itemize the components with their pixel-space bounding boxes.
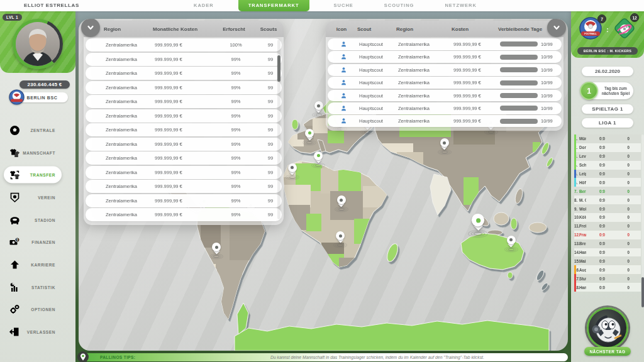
sidebar-item-verlassen[interactable]: VERLASSEN [0,321,75,343]
region-row[interactable]: Zentralamerika999.999,99 €99%99 [86,95,282,108]
scout-row[interactable]: HauptscoutZentralamerika999.999,99 €10/9… [328,38,562,50]
map-pin-icon[interactable] [470,214,485,234]
collapse-scout-table-button[interactable] [547,19,566,37]
next-day-button[interactable]: NÄCHSTER TAG [584,347,631,356]
map-pin-icon[interactable] [304,129,314,143]
tab-netzwerk[interactable]: NETZWERK [438,0,483,11]
scout-row[interactable]: HauptscoutZentralamerika999.999,99 €10/9… [328,102,562,114]
league-row[interactable]: 9.Wolfsburg0:00 [574,204,641,213]
zone-indicator [574,283,576,292]
region-row[interactable]: Zentralamerika999.999,99 €99%99 [86,123,282,136]
mascot-avatar[interactable] [587,307,628,349]
map-pin-icon[interactable] [336,195,347,209]
league-row[interactable]: 6.Höffenheim0:00 [574,178,641,187]
sidebar-item-transfer[interactable]: TRANSFER [0,163,75,186]
league-row[interactable]: 18.Hannover0:00 [574,283,641,292]
sidebar-item-verein[interactable]: VEREIN [0,186,75,209]
scout-row[interactable]: HauptscoutZentralamerika999.999,99 €10/9… [328,90,562,102]
sidebar-item-finanzen[interactable]: $FINANZEN [0,231,75,253]
score-cell: 0:0 [586,241,618,246]
points-cell: 0 [618,180,632,185]
tab-suche[interactable]: SUCHE [328,0,360,11]
region-row[interactable]: Zentralamerika999.999,99 €99%99 [86,180,282,193]
region-row[interactable]: Zentralamerika999.999,99 €99%99 [86,67,282,80]
map-pin-icon[interactable] [335,231,345,245]
next-match-card[interactable]: FOOTBALL : 7 12 BERLIN BSC : M. KICKERS [571,11,644,58]
league-row[interactable]: 13.Bremen0:00 [574,239,641,248]
col-kosten: Kosten [452,26,498,32]
region-row[interactable]: Zentralamerika999.999,99 €99%99 [86,109,282,123]
sidebar-item-mannschaft[interactable]: MANNSCHAFT [0,141,75,164]
league-row[interactable]: 4.Schalke0:00 [574,161,641,170]
league-row[interactable]: 12.Frankfurt0:00 [574,231,641,239]
map-pin-icon[interactable] [506,236,516,250]
erforscht-cell: 99% [216,184,255,189]
league-row[interactable]: 15.Mainz0:00 [574,256,641,265]
club-badge-icon [9,89,25,105]
region-row[interactable]: Zentralamerika999.999,99 €99%99 [86,81,282,94]
league-row[interactable]: 10.Köln0:00 [574,213,641,222]
scout-row[interactable]: HauptscoutZentralamerika999.999,99 €10/9… [328,64,562,76]
region-table-scrollbar[interactable] [277,40,280,219]
sidebar-item-stadion[interactable]: STADION [0,209,75,231]
league-row[interactable]: 7.Berlin0:00 [574,187,641,195]
score-cell: 0:0 [586,154,618,158]
sidebar-item-statistik[interactable]: STATISTIK [0,276,75,299]
points-cell: 0 [618,285,632,290]
league-row[interactable]: 11.Freiburg0:00 [574,222,641,231]
region-row[interactable]: Zentralamerika999.999,99 €99%99 [86,208,282,221]
sidebar-item-zentrale[interactable]: ZENTRALE [0,119,75,141]
days-until-next-match: 1 Tag bis zum nächsten Spiel [582,82,633,99]
region-row[interactable]: Zentralamerika999.999,99 €99%99 [86,138,282,151]
league-scrollbar[interactable] [641,134,644,292]
league-row[interactable]: 8.M. Gladbach0:00 [574,195,641,204]
avatar[interactable] [16,22,60,66]
kosten-cell: 999.999,99 € [155,212,216,217]
sidebar-item-karriere[interactable]: KARRIERE [0,253,75,276]
league-row[interactable]: 14.Hamburg0:00 [574,248,641,257]
league-scroll-thumb[interactable] [641,277,644,307]
league-row[interactable]: 5.Leipzig0:00 [574,170,641,178]
map-pin-icon[interactable] [440,138,450,152]
remaining-days-label: 10/99 [541,80,553,85]
region-row[interactable]: Zentralamerika999.999,99 €99%99 [86,53,282,66]
region-row[interactable]: Zentralamerika999.999,99 €99%99 [86,194,282,207]
map-pin-icon[interactable] [313,151,323,165]
tab-transfermarkt[interactable]: TRANSFERMARKT [238,0,309,11]
sidebar-item-optionen[interactable]: OPTIONEN [0,299,75,321]
sidebar-item-label: KARRIERE [31,262,55,266]
region-row[interactable]: Zentralamerika999.999,99 €100%99 [86,38,282,52]
league-row[interactable]: 2.Dortmund0:00 [574,143,641,152]
region-row[interactable]: Zentralamerika999.999,99 €99%99 [86,166,282,179]
scout-row[interactable]: HauptscoutZentralamerika999.999,99 €10/9… [328,115,562,127]
points-cell: 0 [618,224,632,228]
sidebar-item-label: OPTIONEN [31,307,55,312]
map-pin-icon[interactable] [314,101,324,115]
scout-row[interactable]: HauptscoutZentralamerika999.999,99 €10/9… [328,77,562,89]
team-cell: Stuttgart [577,277,586,281]
league-pill[interactable]: LIGA 1 [582,118,633,128]
remaining-days-bar [500,119,538,124]
scouts-cell: 99 [255,198,286,204]
scouts-cell: 99 [255,99,286,104]
league-row[interactable]: 16.Augsburg0:00 [574,265,641,274]
map-pin-icon[interactable] [287,163,297,177]
collapse-region-table-button[interactable] [81,19,100,37]
region-row[interactable]: Zentralamerika999.999,99 €99%99 [86,151,282,165]
scout-row[interactable]: HauptscoutZentralamerika999.999,99 €10/9… [328,51,562,63]
australia-landmass [461,233,549,291]
matchday-pill[interactable]: SPIELTAG 1 [582,104,633,114]
tab-scouting[interactable]: SCOUTING [378,0,421,11]
region-cell: Zentralamerika [106,113,155,119]
league-row[interactable]: 1.München0:00 [574,134,641,143]
region-table-scroll-thumb[interactable] [277,55,280,82]
tab-kader[interactable]: KADER [187,0,220,11]
region-cell: Zentralamerika [106,198,155,204]
score-cell: 0:0 [586,224,618,228]
league-row[interactable]: 17.Stuttgart0:00 [574,274,641,283]
map-pin-icon[interactable] [211,243,221,256]
league-row[interactable]: 3.Leverkusen0:00 [574,152,641,161]
fixture-label: BERLIN BSC : M. KICKERS [577,47,638,55]
current-date: 26.02.2020 [582,67,633,76]
points-cell: 0 [618,136,632,141]
